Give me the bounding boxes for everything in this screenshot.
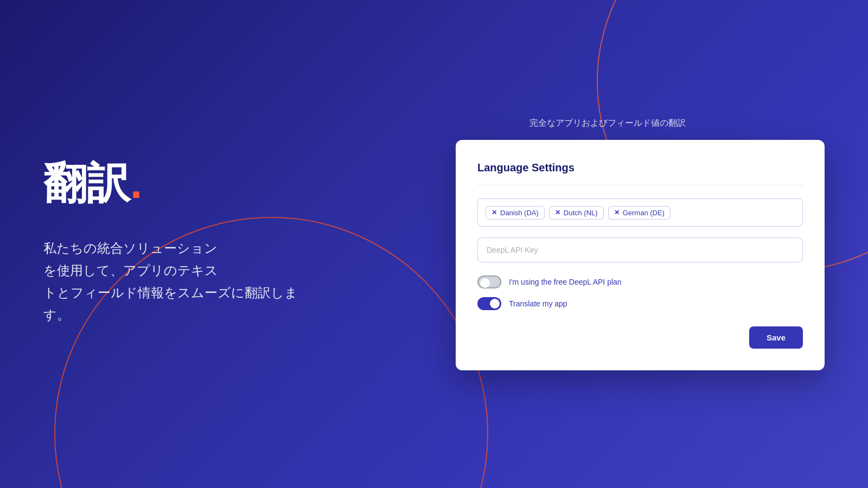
language-settings-card: Language Settings ✕ Danish (DA) ✕ Dutch … [456,140,825,370]
save-button[interactable]: Save [749,326,803,349]
free-plan-label: I'm using the free DeepL API plan [509,278,622,286]
card-title: Language Settings [477,162,803,185]
translate-app-toggle[interactable] [477,297,501,310]
subtitle-text: 完全なアプリおよびフィールド値の翻訳 [529,118,686,129]
logo-dot: . [130,159,142,207]
translate-app-toggle-row: Translate my app [477,297,803,310]
language-tag-nl-label: Dutch (NL) [564,209,598,217]
right-panel: 完全なアプリおよびフィールド値の翻訳 Language Settings ✕ D… [304,118,825,370]
languages-field[interactable]: ✕ Danish (DA) ✕ Dutch (NL) ✕ German (DE) [477,198,803,227]
translate-app-slider [477,297,501,310]
logo-text: 翻訳 [43,159,130,207]
language-tag-de: ✕ German (DE) [608,206,671,220]
free-plan-toggle[interactable] [477,275,501,288]
language-tag-de-label: German (DE) [623,209,665,217]
translate-app-label: Translate my app [509,299,567,308]
logo-title: 翻訳. [43,162,304,205]
language-tag-da: ✕ Danish (DA) [486,206,545,220]
api-key-input[interactable] [477,237,803,262]
description-text: 私たちの統合ソリューションを使用して、アプリのテキストとフィールド情報をスムーズ… [43,237,304,326]
remove-nl-icon[interactable]: ✕ [555,209,560,216]
remove-de-icon[interactable]: ✕ [614,209,620,216]
free-plan-slider [477,275,501,288]
free-plan-toggle-row: I'm using the free DeepL API plan [477,275,803,288]
save-button-row: Save [477,326,803,349]
remove-da-icon[interactable]: ✕ [492,209,497,216]
content-area: 翻訳. 私たちの統合ソリューションを使用して、アプリのテキストとフィールド情報を… [0,0,868,488]
language-tag-da-label: Danish (DA) [500,209,539,217]
left-panel: 翻訳. 私たちの統合ソリューションを使用して、アプリのテキストとフィールド情報を… [43,162,304,326]
language-tag-nl: ✕ Dutch (NL) [549,206,604,220]
